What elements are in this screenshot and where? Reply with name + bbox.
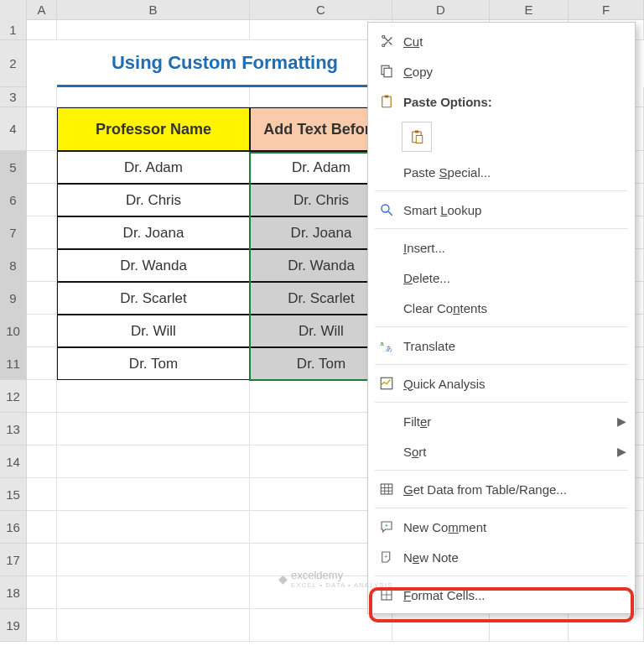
row-header-3[interactable]: 3 bbox=[0, 87, 27, 107]
menu-delete[interactable]: Delete... bbox=[368, 263, 635, 293]
svg-rect-12 bbox=[381, 484, 392, 494]
spreadsheet-grid: A B C D E F 1 2 Using Custom Formatting … bbox=[0, 0, 644, 651]
row-header-8[interactable]: 8 bbox=[0, 249, 27, 282]
cell[interactable] bbox=[57, 511, 250, 544]
row-header-14[interactable]: 14 bbox=[0, 445, 27, 478]
cell[interactable] bbox=[27, 478, 57, 511]
col-header-B[interactable]: B bbox=[57, 0, 250, 20]
col-header-C[interactable]: C bbox=[250, 0, 392, 20]
menu-new-comment[interactable]: + New Comment bbox=[368, 512, 635, 542]
cell[interactable] bbox=[27, 544, 57, 576]
menu-translate[interactable]: aあ Translate bbox=[368, 331, 635, 361]
table-cell[interactable]: Dr. Adam bbox=[57, 151, 250, 184]
row-header-16[interactable]: 16 bbox=[0, 511, 27, 544]
cell[interactable] bbox=[27, 87, 57, 107]
table-cell[interactable]: Dr. Will bbox=[57, 315, 250, 347]
cell[interactable] bbox=[27, 413, 57, 445]
menu-label: Insert... bbox=[398, 241, 626, 255]
row-header-11[interactable]: 11 bbox=[0, 347, 27, 380]
svg-text:+: + bbox=[385, 522, 389, 529]
menu-sort[interactable]: Sort ▶ bbox=[368, 436, 635, 466]
cell[interactable] bbox=[27, 184, 57, 216]
row-header-2[interactable]: 2 bbox=[0, 40, 27, 87]
paste-option-default[interactable] bbox=[402, 122, 432, 152]
row-header-13[interactable]: 13 bbox=[0, 413, 27, 445]
context-menu: Cut Copy Paste Options: Paste Special... bbox=[367, 22, 636, 614]
row-header-19[interactable]: 19 bbox=[0, 609, 27, 642]
menu-format-cells[interactable]: Format Cells... bbox=[368, 580, 635, 610]
cell[interactable] bbox=[27, 107, 57, 151]
menu-separator bbox=[375, 575, 628, 576]
row-header-1[interactable]: 1 bbox=[0, 20, 27, 40]
cell[interactable] bbox=[57, 478, 250, 511]
menu-insert[interactable]: Insert... bbox=[368, 232, 635, 263]
cell[interactable] bbox=[27, 315, 57, 347]
menu-quick-analysis[interactable]: Quick Analysis bbox=[368, 368, 635, 398]
menu-get-data[interactable]: Get Data from Table/Range... bbox=[368, 474, 635, 504]
col-header-D[interactable]: D bbox=[392, 0, 490, 20]
cell[interactable] bbox=[57, 544, 250, 576]
cell[interactable] bbox=[27, 151, 57, 184]
cell[interactable] bbox=[27, 609, 57, 642]
cell[interactable] bbox=[57, 576, 250, 609]
cell[interactable] bbox=[27, 576, 57, 609]
menu-label: New Comment bbox=[398, 520, 626, 534]
row-header-18[interactable]: 18 bbox=[0, 576, 27, 609]
row-header-12[interactable]: 12 bbox=[0, 380, 27, 413]
row-header-10[interactable]: 10 bbox=[0, 315, 27, 347]
table-cell[interactable]: Dr. Scarlet bbox=[57, 282, 250, 315]
table-cell[interactable]: Dr. Chris bbox=[57, 184, 250, 216]
cell[interactable] bbox=[27, 282, 57, 315]
row-header-9[interactable]: 9 bbox=[0, 282, 27, 315]
menu-new-note[interactable]: + New Note bbox=[368, 542, 635, 572]
menu-filter[interactable]: Filter ▶ bbox=[368, 406, 635, 436]
row-header-17[interactable]: 17 bbox=[0, 544, 27, 576]
svg-line-8 bbox=[388, 211, 392, 216]
quick-analysis-icon bbox=[375, 376, 398, 391]
cell[interactable] bbox=[57, 20, 250, 40]
row-header-6[interactable]: 6 bbox=[0, 184, 27, 216]
menu-smart-lookup[interactable]: Smart Lookup bbox=[368, 195, 635, 225]
table-cell[interactable]: Dr. Wanda bbox=[57, 249, 250, 282]
cell[interactable] bbox=[27, 40, 57, 87]
svg-text:あ: あ bbox=[386, 345, 392, 352]
svg-rect-6 bbox=[416, 136, 423, 143]
menu-copy[interactable]: Copy bbox=[368, 56, 635, 86]
cell[interactable] bbox=[27, 20, 57, 40]
col-header-F[interactable]: F bbox=[569, 0, 644, 20]
cell[interactable] bbox=[27, 445, 57, 478]
cell[interactable] bbox=[57, 609, 250, 642]
row-header-5[interactable]: 5 bbox=[0, 151, 27, 184]
table-cell[interactable]: Dr. Tom bbox=[57, 347, 250, 380]
col-header-A[interactable]: A bbox=[27, 0, 57, 20]
row-header-7[interactable]: 7 bbox=[0, 216, 27, 249]
cell[interactable] bbox=[57, 380, 250, 413]
cell[interactable] bbox=[57, 413, 250, 445]
table-header-professor[interactable]: Professor Name bbox=[57, 107, 250, 151]
menu-cut[interactable]: Cut bbox=[368, 26, 635, 56]
row-header-4[interactable]: 4 bbox=[0, 107, 27, 151]
cell[interactable] bbox=[57, 87, 250, 107]
paste-options-row bbox=[368, 117, 635, 157]
col-header-E[interactable]: E bbox=[490, 0, 569, 20]
row-header-15[interactable]: 15 bbox=[0, 478, 27, 511]
cell[interactable] bbox=[27, 380, 57, 413]
cell[interactable] bbox=[27, 511, 57, 544]
clipboard-icon bbox=[375, 94, 398, 109]
cell[interactable] bbox=[27, 347, 57, 380]
menu-separator bbox=[375, 190, 628, 191]
menu-label: Get Data from Table/Range... bbox=[398, 482, 626, 497]
cell[interactable] bbox=[27, 216, 57, 249]
note-icon: + bbox=[375, 549, 398, 565]
menu-paste-special[interactable]: Paste Special... bbox=[368, 157, 635, 187]
cell[interactable] bbox=[57, 445, 250, 478]
format-cells-icon bbox=[375, 587, 398, 602]
svg-rect-5 bbox=[415, 131, 419, 133]
table-cell[interactable]: Dr. Joana bbox=[57, 216, 250, 249]
menu-label: Clear Contents bbox=[398, 301, 626, 315]
cell[interactable] bbox=[27, 249, 57, 282]
sheet-title[interactable]: Using Custom Formatting bbox=[57, 40, 392, 87]
menu-label: Paste Options: bbox=[398, 95, 626, 109]
select-all-corner[interactable] bbox=[0, 0, 27, 20]
menu-clear-contents[interactable]: Clear Contents bbox=[368, 293, 635, 323]
